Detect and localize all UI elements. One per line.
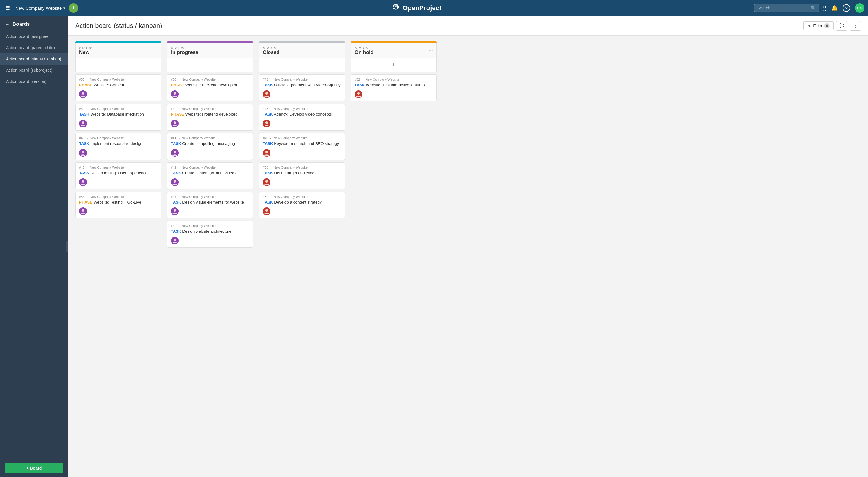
card-number: #43 (263, 78, 268, 81)
avatar (171, 178, 179, 186)
card-meta: #39 - New Company Website (263, 195, 341, 199)
avatar (263, 207, 271, 215)
card-number: #41 (171, 136, 176, 140)
table-row[interactable]: #40 - New Company Website TASK Keyword r… (259, 133, 345, 160)
card-meta: #42 - New Company Website (171, 166, 249, 169)
main-content: Action board (status / kanban) ▼ Filter … (68, 16, 868, 477)
card-title-text: Agency: Develop video concepts (274, 112, 332, 116)
col-options-icon[interactable]: ··· (429, 48, 433, 53)
svg-point-13 (174, 121, 176, 124)
add-board-button[interactable]: + Board (5, 463, 63, 473)
add-card-button-on-hold[interactable]: + (351, 58, 437, 72)
table-row[interactable]: #48 - New Company Website TASK Agency: D… (259, 104, 345, 131)
card-meta: #49 - New Company Website (171, 107, 249, 111)
sidebar-item-parent-child[interactable]: Action board (parent-child) (0, 42, 68, 53)
card-title-text: Website: Content (94, 83, 124, 87)
svg-point-3 (82, 121, 84, 124)
add-card-button-closed[interactable]: + (259, 58, 345, 72)
svg-point-29 (266, 180, 268, 182)
card-type-badge: TASK (354, 83, 365, 87)
avatar (354, 90, 362, 98)
project-name[interactable]: New Company Website ▾ (16, 6, 65, 11)
card-project: New Company Website (182, 136, 216, 140)
card-title-text: Develop a content strategy (274, 200, 322, 204)
svg-point-9 (82, 209, 84, 212)
avatar[interactable]: CG (855, 3, 864, 13)
notifications-icon[interactable]: 🔔 (831, 5, 838, 11)
card-title-text: Website: Database integration (90, 112, 144, 116)
svg-point-1 (82, 92, 84, 94)
card-title: TASK Website: Test interactive features (354, 82, 433, 88)
card-meta: #50 - New Company Website (171, 78, 249, 81)
page-actions: ▼ Filter 0 ⛶ ⋮ (803, 21, 861, 35)
search-box[interactable]: 🔍 (754, 4, 819, 12)
table-row[interactable]: #41 - New Company Website TASK Create co… (167, 133, 253, 160)
table-row[interactable]: #47 - New Company Website TASK Design vi… (167, 192, 253, 219)
grid-icon[interactable]: ⣿ (823, 5, 827, 11)
help-icon[interactable]: ? (842, 4, 850, 12)
table-row[interactable]: #44 - New Company Website TASK Design we… (167, 221, 253, 248)
cards-list-new: #53 - New Company Website PHASE Website:… (75, 72, 161, 471)
table-row[interactable]: #39 - New Company Website TASK Develop a… (259, 192, 345, 219)
filter-button[interactable]: ▼ Filter 0 (803, 21, 834, 30)
card-number: #49 (171, 107, 176, 111)
card-project: New Company Website (182, 195, 216, 199)
card-project: New Company Website (182, 78, 216, 81)
card-project: New Company Website (90, 166, 124, 169)
col-new: Status New + #53 - New Company Website P… (75, 41, 161, 471)
card-title-text: Create compelling messaging (182, 141, 235, 146)
card-project: New Company Website (182, 107, 216, 111)
svg-point-23 (266, 92, 268, 94)
sidebar-item-subproject[interactable]: Action board (subproject) (0, 65, 68, 76)
search-input[interactable] (757, 6, 808, 10)
card-number: #54 (79, 195, 85, 199)
card-title-text: Implement responsive design (90, 141, 143, 146)
table-row[interactable]: #49 - New Company Website PHASE Website:… (167, 104, 253, 131)
card-number: #50 (171, 78, 176, 81)
table-row[interactable]: #38 - New Company Website TASK Define ta… (259, 162, 345, 189)
card-title: TASK Keyword research and SEO strategy (263, 141, 341, 147)
card-meta: #47 - New Company Website (171, 195, 249, 199)
create-button[interactable]: + (69, 3, 78, 13)
sidebar-item-version[interactable]: Action board (version) (0, 76, 68, 87)
table-row[interactable]: #42 - New Company Website TASK Create co… (167, 162, 253, 189)
card-number: #42 (171, 166, 176, 169)
table-row[interactable]: #52 - New Company Website TASK Website: … (351, 74, 437, 101)
table-row[interactable]: #46 - New Company Website TASK Implement… (75, 133, 161, 160)
sidebar-item-assignee[interactable]: Action board (assignee) (0, 31, 68, 42)
svg-point-27 (266, 151, 268, 153)
avatar (79, 90, 87, 98)
svg-point-17 (174, 180, 176, 182)
sidebar-resize-handle[interactable] (66, 241, 68, 252)
sidebar-item-status-kanban[interactable]: Action board (status / kanban) (0, 53, 68, 65)
card-title: TASK Agency: Develop video concepts (263, 112, 341, 117)
table-row[interactable]: #54 - New Company Website PHASE Website:… (75, 192, 161, 219)
table-row[interactable]: #45 - New Company Website TASK Design te… (75, 162, 161, 189)
fullscreen-button[interactable]: ⛶ (836, 21, 847, 31)
more-options-button[interactable]: ⋮ (849, 21, 861, 31)
table-row[interactable]: #43 - New Company Website TASK Official … (259, 74, 345, 101)
page-header: Action board (status / kanban) ▼ Filter … (68, 16, 868, 35)
card-meta: #44 - New Company Website (171, 224, 249, 228)
avatar (79, 207, 87, 215)
table-row[interactable]: #51 - New Company Website TASK Website: … (75, 104, 161, 131)
card-type-badge: TASK (263, 200, 273, 204)
col-on-hold: Status On hold ··· + #52 - New Company W… (351, 41, 437, 471)
table-row[interactable]: #50 - New Company Website PHASE Website:… (167, 74, 253, 101)
add-card-button-in-progress[interactable]: + (167, 58, 253, 72)
card-type-badge: TASK (263, 141, 273, 146)
search-icon: 🔍 (811, 6, 816, 10)
add-card-button-new[interactable]: + (75, 58, 161, 72)
avatar (79, 178, 87, 186)
back-arrow-icon[interactable]: ← (5, 22, 9, 27)
card-title-text: Design visual elements for website (182, 200, 244, 204)
card-project: New Company Website (182, 166, 216, 169)
hamburger-icon[interactable]: ☰ (4, 4, 12, 12)
sidebar: ← Boards Action board (assignee) Action … (0, 16, 68, 477)
card-project: New Company Website (90, 195, 124, 199)
avatar (171, 90, 179, 98)
card-title-text: Website: Backend developed (185, 83, 237, 87)
table-row[interactable]: #53 - New Company Website PHASE Website:… (75, 74, 161, 101)
logo-icon (391, 3, 400, 13)
card-title-text: Keyword research and SEO strategy (274, 141, 339, 146)
